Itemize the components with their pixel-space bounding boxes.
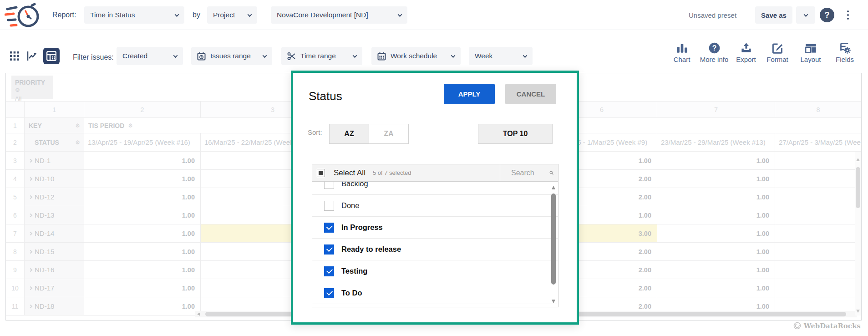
issue-key-cell[interactable]: ND-14	[25, 224, 84, 242]
value-cell: 1.00	[657, 188, 775, 206]
filter-created-select[interactable]: Created	[117, 47, 183, 65]
expand-icon[interactable]	[29, 304, 32, 308]
status-header-cell[interactable]: STATUS⚙	[25, 139, 84, 146]
issue-key-cell[interactable]: ND-13	[25, 206, 84, 224]
list-item[interactable]: To Do	[312, 282, 558, 304]
row-number: 9	[6, 261, 25, 279]
scroll-down-icon[interactable]	[552, 300, 555, 303]
list-item[interactable]: Done	[312, 195, 558, 217]
checkbox-checked[interactable]	[324, 266, 334, 276]
select-all-bar: Select All 5 of 7 selected	[312, 164, 558, 182]
issue-key-cell[interactable]: ND-15	[25, 243, 84, 260]
priority-filter-cell[interactable]: PRIORITY ⚙ All	[11, 76, 53, 99]
col-number: 1	[25, 102, 84, 117]
webdatarocks-attribution[interactable]: WebDataRocks	[793, 322, 861, 330]
checkbox-checked[interactable]	[324, 288, 334, 298]
list-item[interactable]: Backlog	[312, 182, 558, 195]
save-as-button[interactable]: Save as	[755, 6, 792, 24]
format-action-button[interactable]: Format	[761, 42, 794, 63]
gear-icon[interactable]: ⚙	[75, 122, 80, 129]
row-number: 5	[6, 188, 25, 206]
checkbox[interactable]	[324, 182, 334, 189]
gear-icon[interactable]: ⚙	[128, 122, 133, 129]
checkbox-checked[interactable]	[324, 223, 334, 233]
issue-key-cell[interactable]: ND-10	[25, 170, 84, 188]
list-item[interactable]: Testing	[312, 260, 558, 282]
sort-toggle-group: AZ ZA	[329, 124, 409, 144]
gear-icon[interactable]: ⚙	[15, 87, 20, 93]
scroll-up-icon[interactable]	[552, 186, 555, 189]
report-type-select[interactable]: Time in Status	[84, 6, 184, 24]
top-10-button[interactable]: TOP 10	[478, 124, 553, 144]
col-number: 7	[657, 102, 775, 117]
week-column-header[interactable]: 23/Mar/25 - 29/Mar/25 (Week #13)	[657, 133, 775, 151]
more-menu-button[interactable]	[841, 8, 855, 22]
expand-icon[interactable]	[29, 195, 32, 199]
expand-icon[interactable]	[29, 286, 32, 290]
granularity-select[interactable]: Week	[469, 47, 533, 65]
select-all-checkbox[interactable]	[317, 169, 325, 177]
scope-select[interactable]: Project	[207, 6, 257, 24]
expand-icon[interactable]	[29, 177, 32, 180]
work-schedule-select[interactable]: Work schedule	[371, 47, 461, 65]
vertical-scroll-thumb[interactable]	[856, 167, 860, 208]
expand-icon[interactable]	[29, 158, 32, 162]
format-pencil-icon	[772, 42, 784, 54]
gear-icon[interactable]: ⚙	[75, 139, 80, 146]
layout-action-button[interactable]: Layout	[794, 42, 827, 63]
calendar-icon	[377, 52, 386, 61]
list-scrollbar[interactable]	[551, 182, 557, 307]
sort-az-button[interactable]: AZ	[330, 124, 369, 143]
row-number: 1	[6, 118, 25, 133]
time-range-select[interactable]: Time range	[281, 47, 362, 65]
issue-key-cell[interactable]: ND-16	[25, 261, 84, 279]
vertical-scrollbar[interactable]	[855, 152, 861, 316]
help-button[interactable]: ?	[820, 8, 834, 22]
line-chart-icon	[26, 51, 37, 61]
week-column-header[interactable]: 27/Apr/25 - 3/May/25 (Week #18)	[775, 133, 862, 151]
apply-button[interactable]: APPLY	[444, 84, 495, 104]
issues-range-select[interactable]: Issues range	[191, 47, 272, 65]
time-range-value: Time range	[300, 52, 336, 60]
grid-view-button[interactable]	[6, 48, 23, 64]
col-number: 8	[775, 102, 862, 117]
chart-view-button[interactable]	[24, 48, 40, 64]
issue-key-cell[interactable]: ND-18	[25, 297, 84, 315]
chart-action-button[interactable]: Chart	[665, 42, 699, 63]
checkbox[interactable]	[324, 201, 334, 211]
sort-za-button[interactable]: ZA	[369, 124, 408, 143]
issue-key-cell[interactable]: ND-17	[25, 279, 84, 297]
expand-icon[interactable]	[29, 249, 32, 253]
expand-icon[interactable]	[29, 231, 32, 235]
filter-value: Created	[122, 52, 147, 60]
scroll-left-icon[interactable]	[197, 312, 200, 316]
scroll-up-icon[interactable]	[856, 158, 860, 161]
search-icon[interactable]	[549, 168, 553, 177]
expand-icon[interactable]	[29, 268, 32, 271]
checkbox-checked[interactable]	[324, 244, 334, 255]
scroll-down-icon[interactable]	[856, 310, 860, 313]
project-select[interactable]: NovaCore Development [ND]	[271, 6, 407, 24]
save-as-dropdown-button[interactable]	[796, 6, 815, 24]
value-cell: 1.00	[84, 188, 201, 206]
expand-icon[interactable]	[29, 213, 32, 217]
week-column-header[interactable]: 13/Apr/25 - 19/Apr/25 (Week #16)	[84, 133, 201, 151]
row-number: 8	[6, 243, 25, 260]
chevron-down-icon	[398, 12, 402, 17]
export-action-button[interactable]: Export	[729, 42, 763, 63]
more-info-action-button[interactable]: ? More info	[697, 42, 731, 63]
layout-icon	[805, 42, 817, 54]
cancel-button[interactable]: CANCEL	[505, 84, 556, 104]
issue-key-cell[interactable]: ND-12	[25, 188, 84, 206]
modal-title: Status	[309, 89, 342, 103]
search-input[interactable]	[511, 169, 547, 177]
list-item[interactable]: In Progress	[312, 217, 558, 239]
top-bar: Report: Time in Status by Project NovaCo…	[0, 0, 868, 30]
list-scroll-thumb[interactable]	[551, 193, 556, 285]
key-header-cell[interactable]: KEY⚙	[25, 122, 84, 129]
list-item[interactable]: Ready to release	[312, 239, 558, 260]
pivot-view-button[interactable]	[43, 48, 60, 64]
select-all-label[interactable]: Select All	[334, 168, 365, 178]
fields-action-button[interactable]: Fields	[828, 42, 862, 63]
issue-key-cell[interactable]: ND-1	[25, 152, 84, 169]
